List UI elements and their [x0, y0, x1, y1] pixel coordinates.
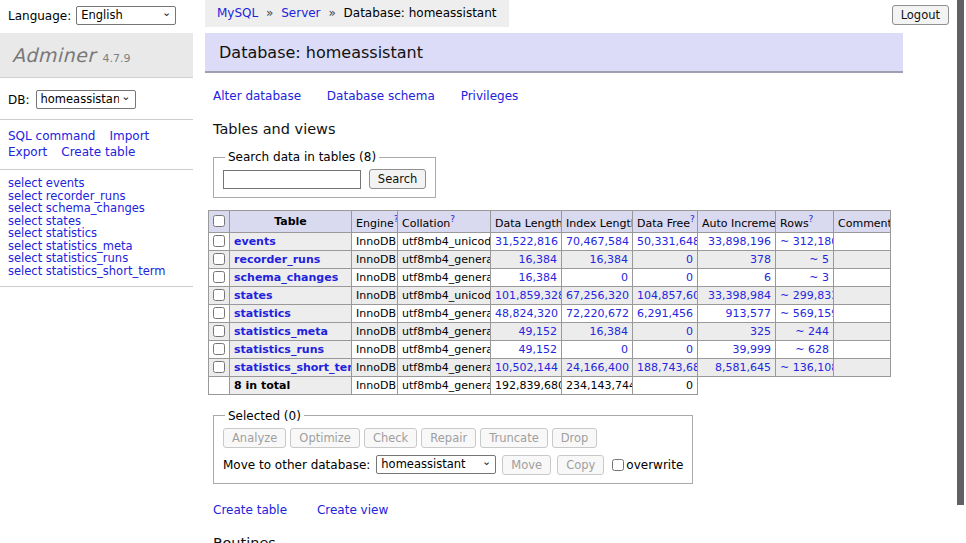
comment-cell — [834, 322, 891, 340]
row-checkbox[interactable] — [213, 361, 225, 373]
table-name-link[interactable]: statistics_short_term — [234, 361, 352, 374]
help-icon[interactable]: ? — [690, 214, 695, 224]
row-checkbox[interactable] — [213, 235, 225, 247]
check-button[interactable]: Check — [364, 428, 417, 448]
data-free-value[interactable]: 188,743,680 — [633, 358, 698, 376]
column-header-auto-increment: Auto Increment? — [698, 211, 776, 233]
data-length-value[interactable]: 10,502,144 — [491, 358, 562, 376]
table-name-link[interactable]: schema_changes — [234, 271, 338, 284]
rows-count-value[interactable]: ~ 628 — [776, 340, 834, 358]
rows-count-value[interactable]: ~ 312,180 — [776, 232, 834, 250]
optimize-button[interactable]: Optimize — [290, 428, 360, 448]
truncate-button[interactable]: Truncate — [480, 428, 548, 448]
breadcrumb-mysql-link[interactable]: MySQL — [217, 6, 258, 20]
rows-count-value[interactable]: ~ 299,833 — [776, 286, 834, 304]
table-name-link[interactable]: statistics_meta — [234, 325, 328, 338]
sidebar-item-select-statistics-runs[interactable]: select statistics_runs — [8, 252, 185, 265]
index-length-value[interactable]: 72,220,672 — [562, 304, 633, 322]
analyze-button[interactable]: Analyze — [223, 428, 286, 448]
app-version-link[interactable]: 4.7.9 — [102, 52, 130, 65]
auto-increment-value[interactable]: 325 — [698, 322, 776, 340]
index-length-value[interactable]: 0 — [562, 268, 633, 286]
search-button[interactable]: Search — [369, 169, 427, 189]
sidebar-item-select-statistics[interactable]: select statistics — [8, 227, 185, 240]
rows-count-value[interactable]: ~ 3 — [776, 268, 834, 286]
data-free-value[interactable]: 50,331,648 — [633, 232, 698, 250]
sidebar-export-link[interactable]: Export — [8, 145, 47, 159]
data-free-value[interactable]: 0 — [633, 250, 698, 268]
overwrite-checkbox[interactable] — [612, 459, 624, 471]
language-select-wrap: English — [76, 6, 176, 25]
rows-count-value[interactable]: ~ 244 — [776, 322, 834, 340]
auto-increment-value[interactable]: 378 — [698, 250, 776, 268]
alter-database-link[interactable]: Alter database — [213, 89, 301, 103]
repair-button[interactable]: Repair — [421, 428, 476, 448]
privileges-link[interactable]: Privileges — [461, 89, 519, 103]
data-length-value[interactable]: 49,152 — [491, 322, 562, 340]
breadcrumb-server-link[interactable]: Server — [281, 6, 320, 20]
auto-increment-value[interactable]: 33,898,196 — [698, 232, 776, 250]
index-length-value[interactable]: 70,467,584 — [562, 232, 633, 250]
column-header-comment: Comment? — [834, 211, 891, 233]
auto-increment-value[interactable]: 913,577 — [698, 304, 776, 322]
help-icon[interactable]: ? — [450, 214, 455, 224]
database-schema-link[interactable]: Database schema — [327, 89, 435, 103]
vertical-scrollbar[interactable] — [957, 0, 964, 505]
sidebar-item-select-statistics-short-term[interactable]: select statistics_short_term — [8, 265, 185, 278]
data-length-value[interactable]: 101,859,328 — [491, 286, 562, 304]
sidebar-sql-command-link[interactable]: SQL command — [8, 129, 95, 143]
index-length-value[interactable]: 16,384 — [562, 322, 633, 340]
language-select[interactable]: English — [76, 6, 176, 25]
table-name-link[interactable]: statistics_runs — [234, 343, 324, 356]
table-name-link[interactable]: events — [234, 235, 276, 248]
sidebar-create-table-link[interactable]: Create table — [61, 145, 135, 159]
sidebar-item-select-events[interactable]: select events — [8, 177, 185, 190]
create-view-link[interactable]: Create view — [317, 503, 388, 517]
data-length-value[interactable]: 49,152 — [491, 340, 562, 358]
rows-count-value[interactable]: ~ 5 — [776, 250, 834, 268]
comment-cell — [834, 358, 891, 376]
table-name-link[interactable]: statistics — [234, 307, 291, 320]
auto-increment-value[interactable]: 39,999 — [698, 340, 776, 358]
auto-increment-value[interactable]: 6 — [698, 268, 776, 286]
logout-button[interactable]: Logout — [892, 5, 949, 25]
row-checkbox[interactable] — [213, 325, 225, 337]
sidebar-item-select-schema-changes[interactable]: select schema_changes — [8, 202, 185, 215]
data-length-value[interactable]: 31,522,816 — [491, 232, 562, 250]
help-icon[interactable]: ? — [394, 214, 398, 224]
index-length-value[interactable]: 67,256,320 — [562, 286, 633, 304]
rows-count-value[interactable]: ~ 569,159 — [776, 304, 834, 322]
table-name-link[interactable]: recorder_runs — [234, 253, 320, 266]
row-checkbox[interactable] — [213, 307, 225, 319]
data-length-value[interactable]: 16,384 — [491, 268, 562, 286]
data-free-value[interactable]: 104,857,600 — [633, 286, 698, 304]
row-checkbox[interactable] — [213, 343, 225, 355]
row-checkbox[interactable] — [213, 253, 225, 265]
index-length-value[interactable]: 16,384 — [562, 250, 633, 268]
select-all-checkbox[interactable] — [213, 215, 225, 227]
data-free-value[interactable]: 6,291,456 — [633, 304, 698, 322]
table-name-link[interactable]: states — [234, 289, 273, 302]
row-checkbox[interactable] — [213, 289, 225, 301]
collation-cell: utf8mb4_general_ci — [398, 322, 491, 340]
data-length-value[interactable]: 16,384 — [491, 250, 562, 268]
data-free-value[interactable]: 0 — [633, 340, 698, 358]
data-free-value[interactable]: 0 — [633, 322, 698, 340]
data-free-value[interactable]: 0 — [633, 268, 698, 286]
search-input[interactable] — [223, 170, 361, 189]
move-button[interactable]: Move — [502, 455, 551, 475]
create-table-link[interactable]: Create table — [213, 503, 287, 517]
copy-button[interactable]: Copy — [557, 455, 604, 475]
index-length-value[interactable]: 24,166,400 — [562, 358, 633, 376]
db-select[interactable]: homeassistant — [36, 90, 136, 109]
sidebar-import-link[interactable]: Import — [109, 129, 149, 143]
data-length-value[interactable]: 48,824,320 — [491, 304, 562, 322]
rows-count-value[interactable]: ~ 136,108 — [776, 358, 834, 376]
auto-increment-value[interactable]: 33,398,984 — [698, 286, 776, 304]
help-icon[interactable]: ? — [809, 214, 814, 224]
index-length-value[interactable]: 0 — [562, 340, 633, 358]
row-checkbox[interactable] — [213, 271, 225, 283]
auto-increment-value[interactable]: 8,581,645 — [698, 358, 776, 376]
drop-button[interactable]: Drop — [552, 428, 598, 448]
move-db-select[interactable]: homeassistant — [376, 455, 496, 474]
